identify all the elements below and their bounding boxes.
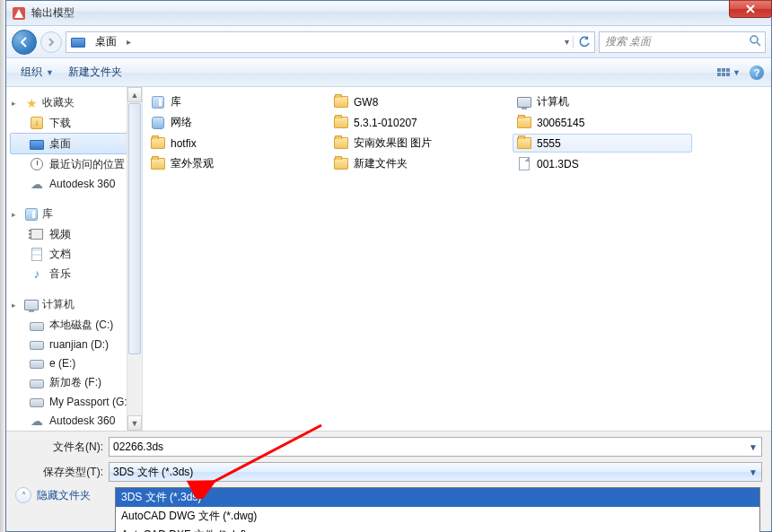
close-button[interactable] — [729, 0, 772, 18]
bottom-panel: 文件名(N): 02266.3ds ▼ 保存类型(T): 3DS 文件 (*.3… — [6, 431, 771, 531]
scroll-down-button[interactable]: ▼ — [127, 415, 142, 431]
search-input[interactable]: 搜索 桌面 — [599, 31, 766, 53]
sidebar-scrollbar[interactable]: ▲ ▼ — [127, 87, 142, 431]
page-shadow — [0, 0, 7, 532]
file-item[interactable]: 新建文件夹 — [329, 154, 509, 173]
dropdown-option[interactable]: 3DS 文件 (*.3ds) — [116, 488, 759, 507]
refresh-button[interactable] — [573, 36, 594, 48]
file-item[interactable]: 安南效果图 图片 — [329, 134, 509, 153]
file-name: 计算机 — [537, 94, 569, 109]
video-icon — [30, 227, 44, 241]
file-name: 5555 — [537, 137, 561, 150]
drive-icon — [30, 395, 44, 409]
star-icon: ★ — [24, 96, 39, 110]
file-item[interactable]: 网络 — [146, 113, 326, 132]
savetype-label: 保存类型(T): — [15, 465, 109, 480]
chevron-down-icon[interactable]: ▼ — [745, 463, 761, 481]
file-name: 5.3.1-010207 — [354, 117, 417, 129]
computer-icon — [24, 298, 39, 312]
sidebar-group-libraries[interactable]: ▸ 库 — [6, 204, 142, 224]
sidebar-group-computer[interactable]: ▸ 计算机 — [6, 294, 142, 315]
file-item[interactable]: 库 — [146, 92, 326, 111]
file-name: 库 — [171, 94, 181, 109]
search-icon — [749, 34, 761, 49]
dialog-window: 输出模型 桌面 ▸ ▾ 搜索 桌面 — [5, 0, 772, 532]
file-icon — [334, 136, 348, 151]
help-button[interactable]: ? — [750, 65, 764, 80]
file-item[interactable]: 计算机 — [513, 92, 692, 111]
sidebar-item-drive-g[interactable]: My Passport (G:) — [6, 392, 142, 411]
view-mode-button[interactable]: ▼ — [721, 65, 737, 81]
savetype-combo[interactable]: 3DS 文件 (*.3ds) ▼ — [109, 462, 762, 482]
drive-icon — [30, 375, 44, 389]
file-item[interactable]: hotfix — [146, 134, 326, 153]
file-item[interactable]: 室外景观 — [146, 154, 326, 173]
arrow-right-icon — [47, 38, 56, 47]
clock-icon — [30, 157, 44, 171]
sidebar-item-drive-d[interactable]: ruanjian (D:) — [6, 335, 142, 353]
sidebar-item-desktop[interactable]: 桌面 — [10, 133, 138, 154]
new-folder-label: 新建文件夹 — [68, 65, 122, 80]
back-button[interactable] — [12, 30, 37, 55]
file-item[interactable]: 001.3DS — [513, 154, 692, 173]
file-item[interactable]: 30065145 — [513, 113, 692, 132]
sidebar-item-downloads[interactable]: 下载 — [6, 113, 142, 133]
file-name: 安南效果图 图片 — [354, 135, 432, 151]
file-item[interactable]: GW8 — [329, 92, 509, 111]
chevron-down-icon[interactable]: ▼ — [745, 438, 761, 456]
file-item[interactable]: 5555 — [513, 134, 692, 153]
scroll-thumb[interactable] — [128, 103, 141, 354]
file-icon — [517, 95, 531, 109]
filename-value: 02266.3ds — [113, 440, 163, 453]
breadcrumb[interactable]: 桌面 ▸ ▾ — [66, 31, 595, 53]
sidebar-item-videos[interactable]: 视频 — [6, 224, 142, 244]
search-placeholder: 搜索 桌面 — [605, 34, 651, 49]
sidebar-item-autodesk360[interactable]: ☁Autodesk 360 — [6, 174, 142, 193]
breadcrumb-location[interactable]: 桌面 — [90, 32, 123, 52]
file-name: 001.3DS — [537, 158, 579, 170]
sidebar: ▸ ★ 收藏夹 下载 桌面 最近访问的位置 ☁Autodesk 360 ▸ 库 … — [6, 87, 143, 431]
body-area: ▸ ★ 收藏夹 下载 桌面 最近访问的位置 ☁Autodesk 360 ▸ 库 … — [6, 87, 771, 431]
scroll-up-button[interactable]: ▲ — [127, 87, 142, 102]
file-icon — [334, 95, 348, 109]
collapse-icon: ▸ — [12, 99, 21, 108]
cloud-icon: ☁ — [30, 177, 44, 191]
file-icon — [151, 136, 165, 151]
file-item[interactable]: 5.3.1-010207 — [329, 113, 509, 132]
sidebar-item-drive-f[interactable]: 新加卷 (F:) — [6, 372, 142, 392]
file-list[interactable]: 库GW8计算机网络5.3.1-01020730065145hotfix安南效果图… — [143, 87, 771, 431]
refresh-icon — [578, 36, 591, 48]
chevron-down-icon: ▼ — [733, 68, 741, 77]
close-icon — [746, 4, 755, 13]
hide-folders-label: 隐藏文件夹 — [37, 488, 91, 503]
favorites-label: 收藏夹 — [42, 95, 75, 110]
library-icon — [24, 207, 39, 222]
sidebar-item-drive-e[interactable]: e (E:) — [6, 353, 142, 372]
window-title: 输出模型 — [31, 5, 75, 21]
savetype-dropdown[interactable]: 3DS 文件 (*.3ds) AutoCAD DWG 文件 (*.dwg) Au… — [115, 487, 760, 532]
sidebar-item-autodesk360-2[interactable]: ☁Autodesk 360 — [6, 411, 142, 430]
filename-input[interactable]: 02266.3ds ▼ — [109, 437, 762, 457]
file-icon — [151, 95, 165, 109]
drive-icon — [30, 318, 44, 332]
dropdown-option[interactable]: AutoCAD DWG 文件 (*.dwg) — [116, 507, 759, 526]
sidebar-group-favorites[interactable]: ▸ ★ 收藏夹 — [6, 92, 142, 113]
file-name: GW8 — [354, 96, 378, 109]
sidebar-item-recent[interactable]: 最近访问的位置 — [6, 154, 142, 174]
file-name: 新建文件夹 — [354, 156, 408, 171]
new-folder-button[interactable]: 新建文件夹 — [61, 62, 129, 83]
organize-label: 组织 — [21, 65, 42, 80]
chevron-down-icon[interactable]: ▾ — [561, 37, 573, 47]
sidebar-item-drive-c[interactable]: 本地磁盘 (C:) — [6, 315, 142, 335]
dropdown-option[interactable]: AutoCAD DXF 文件 (*.dxf) — [116, 526, 759, 532]
file-icon — [151, 157, 165, 171]
sidebar-item-music[interactable]: ♪音乐 — [6, 264, 142, 283]
svg-point-1 — [750, 36, 758, 43]
app-icon — [12, 6, 26, 21]
file-icon — [517, 157, 531, 171]
sidebar-item-documents[interactable]: 文档 — [6, 244, 142, 264]
forward-button[interactable] — [40, 31, 62, 53]
organize-button[interactable]: 组织 ▼ — [13, 62, 61, 83]
chevron-right-icon[interactable]: ▸ — [123, 37, 135, 47]
document-icon — [30, 247, 44, 261]
